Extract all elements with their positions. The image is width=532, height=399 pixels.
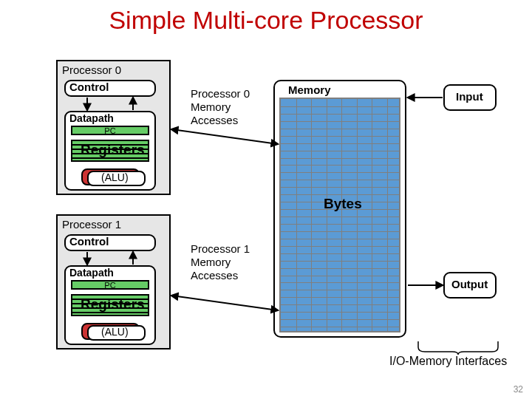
proc0-alu-label: (ALU): [101, 171, 129, 183]
svg-line-5: [171, 296, 278, 310]
svg-line-4: [171, 129, 278, 144]
proc1-alu-label: (ALU): [101, 326, 129, 338]
processor-1-label: Processor 1: [62, 218, 121, 231]
bytes-label: Bytes: [324, 196, 362, 212]
proc1-memacc-label: Processor 1 Memory Accesses: [191, 242, 250, 282]
slide-title: Simple Multi-core Processor: [0, 6, 532, 35]
io-mem-interfaces-label: I/O-Memory Interfaces: [389, 355, 507, 368]
memory-label: Memory: [288, 83, 331, 96]
proc0-pc-box: PC: [71, 126, 149, 135]
memory-grid: [279, 98, 400, 332]
proc1-control-label: Control: [69, 235, 109, 248]
proc1-datapath-label: Datapath: [69, 267, 114, 279]
proc1-registers-box: [71, 294, 149, 316]
proc0-datapath-label: Datapath: [69, 112, 114, 124]
processor-0-label: Processor 0: [62, 64, 121, 76]
proc0-memacc-label: Processor 0 Memory Accesses: [191, 87, 250, 127]
input-label: Input: [456, 90, 483, 103]
proc1-pc-box: PC: [71, 280, 149, 290]
output-label: Output: [451, 278, 488, 290]
page-number: 32: [514, 384, 523, 395]
proc0-registers-box: [71, 140, 149, 162]
proc0-control-label: Control: [69, 81, 109, 93]
